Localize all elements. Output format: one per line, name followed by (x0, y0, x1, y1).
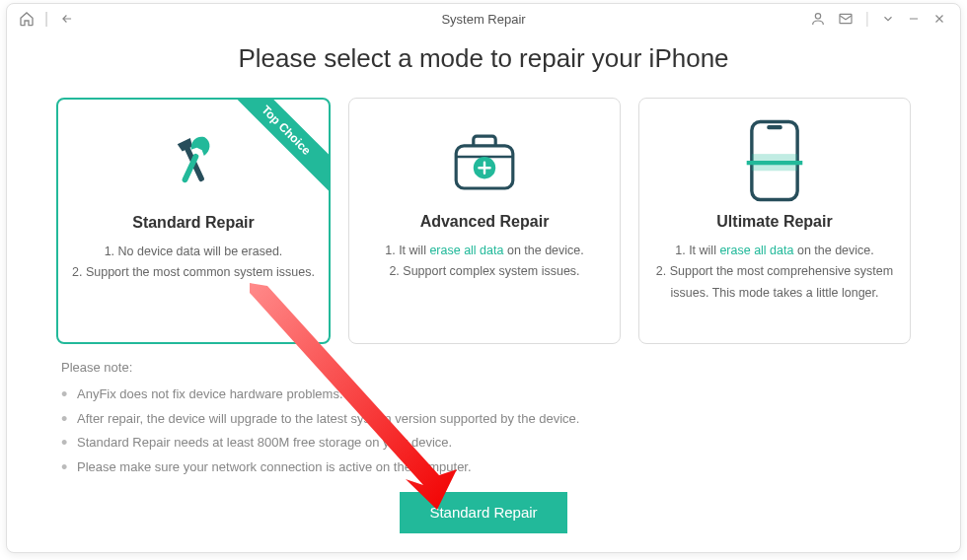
notes-title: Please note: (61, 360, 906, 375)
chevron-down-icon[interactable] (881, 12, 895, 26)
note-item: After repair, the device will upgrade to… (61, 407, 906, 432)
standard-repair-button[interactable]: Standard Repair (400, 492, 567, 533)
card-description: 1. No device data will be erased. 2. Sup… (72, 242, 315, 284)
svg-point-0 (815, 14, 820, 19)
card-description: 1. It will erase all data on the device.… (363, 241, 606, 283)
app-window: | System Repair | Please select (6, 3, 961, 553)
card-line: 2. Support complex system issues. (363, 261, 606, 282)
minimize-icon[interactable] (907, 12, 921, 26)
mode-cards: Top Choice Standard Repair 1. No device … (7, 98, 960, 344)
erase-highlight: erase all data (719, 244, 793, 257)
card-title: Standard Repair (72, 214, 315, 232)
medkit-icon (363, 116, 606, 205)
notes-section: Please note: AnyFix does not fix device … (7, 344, 960, 480)
note-item: Please make sure your network connection… (61, 455, 906, 480)
notes-list: AnyFix does not fix device hardware prob… (61, 383, 906, 480)
card-description: 1. It will erase all data on the device.… (653, 241, 896, 304)
titlebar-divider: | (44, 10, 48, 28)
card-line: 2. Support the most common system issues… (72, 262, 315, 283)
note-item: Standard Repair needs at least 800M free… (61, 431, 906, 455)
back-icon[interactable] (58, 12, 76, 26)
home-icon[interactable] (19, 11, 35, 27)
card-line: 2. Support the most comprehensive system… (653, 261, 896, 304)
card-ultimate-repair[interactable]: Ultimate Repair 1. It will erase all dat… (638, 98, 911, 344)
card-title: Advanced Repair (363, 213, 606, 231)
tools-icon (72, 117, 315, 206)
card-advanced-repair[interactable]: Advanced Repair 1. It will erase all dat… (348, 98, 621, 344)
titlebar: | System Repair | (7, 4, 960, 34)
account-icon[interactable] (810, 11, 826, 27)
page-title: Please select a mode to repair your iPho… (7, 43, 960, 74)
card-title: Ultimate Repair (653, 213, 896, 231)
card-line: 1. It will erase all data on the device. (363, 241, 606, 261)
card-line: 1. No device data will be erased. (72, 242, 315, 262)
mail-icon[interactable] (838, 11, 854, 27)
erase-highlight: erase all data (429, 244, 503, 257)
card-line: 1. It will erase all data on the device. (653, 241, 896, 261)
window-title: System Repair (441, 12, 525, 27)
card-standard-repair[interactable]: Top Choice Standard Repair 1. No device … (56, 98, 331, 344)
svg-rect-9 (767, 125, 781, 129)
note-item: AnyFix does not fix device hardware prob… (61, 383, 906, 407)
titlebar-sep: | (865, 10, 869, 28)
close-icon[interactable] (932, 12, 946, 26)
svg-rect-11 (747, 161, 803, 165)
phone-scan-icon (653, 116, 896, 205)
